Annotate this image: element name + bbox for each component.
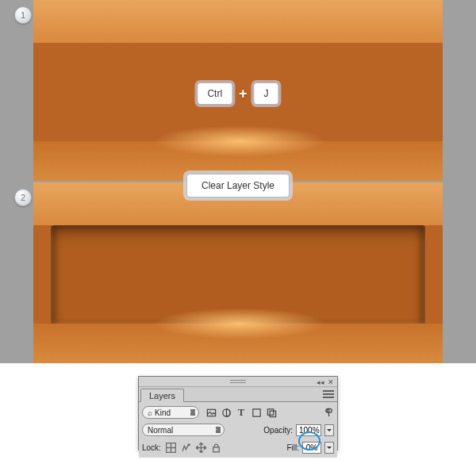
panel-tabs: Layers [139,387,337,402]
opacity-slider-toggle[interactable] [324,424,334,436]
opacity-label: Opacity: [263,426,293,435]
fill-label: Fill: [286,443,299,452]
filter-adjust-icon[interactable] [221,407,232,418]
svg-marker-15 [200,450,202,452]
svg-point-6 [327,409,329,412]
layers-panel: ◂◂ ✕ Layers ⌕ Kind [138,376,338,450]
lock-options [166,443,221,453]
lock-position-icon[interactable] [196,443,206,453]
lock-transparency-icon[interactable] [166,443,176,453]
blend-mode-value: Normal [148,426,173,435]
step-2-panel: 2 [0,182,476,363]
lock-label: Lock: [142,443,161,452]
svg-marker-14 [200,443,202,444]
step-badge-1: 1 [14,6,32,24]
clear-layer-style-button[interactable]: Clear Layer Style [186,174,290,197]
filter-kind-dropdown[interactable]: ⌕ Kind [142,406,199,419]
filter-row: ⌕ Kind T [142,404,334,420]
svg-rect-2 [252,408,259,416]
workspace: 1 Ctrl + J Clear Layer Style 2 [0,0,476,363]
svg-rect-3 [267,408,273,414]
filter-kind-label: Kind [155,408,171,417]
shortcut-hint: Ctrl + J [197,82,278,105]
tab-layers[interactable]: Layers [140,389,184,402]
filter-smart-icon[interactable] [266,407,277,418]
filter-type-icons: T [205,407,277,418]
panel-collapse-icon[interactable]: ◂◂ [317,379,324,385]
step-badge-2: 2 [14,189,32,206]
svg-rect-4 [270,411,275,416]
panel-menu-icon[interactable] [323,389,334,399]
step-1-panel: 1 Ctrl + J [0,0,476,181]
lock-image-icon[interactable] [181,443,191,453]
svg-rect-18 [213,447,220,451]
shelf-recess-inset [51,225,425,325]
search-icon: ⌕ [148,408,152,417]
blend-row: Normal Opacity: 100% [142,422,334,438]
svg-marker-16 [196,446,198,448]
panel-drag-grip-icon[interactable] [230,378,246,383]
fill-input[interactable]: 0% [302,442,321,454]
filter-shape-icon[interactable] [251,407,262,418]
filter-pixel-icon[interactable] [205,407,217,418]
panel-body: ⌕ Kind T [139,402,337,458]
lock-all-icon[interactable] [211,443,221,453]
filter-type-icon[interactable]: T [236,407,247,418]
opacity-input[interactable]: 100% [296,424,321,436]
fill-slider-toggle[interactable] [324,442,334,454]
panel-titlebar[interactable]: ◂◂ ✕ [139,378,337,387]
panel-area: ◂◂ ✕ Layers ⌕ Kind [0,363,476,460]
lock-row: Lock: Fill: 0% [142,439,334,455]
key-j: J [254,82,279,105]
key-ctrl: Ctrl [197,82,232,105]
panel-close-icon[interactable]: ✕ [327,379,335,385]
canvas-step-2 [33,182,443,363]
svg-marker-17 [205,446,206,448]
filter-toggle-icon[interactable] [323,407,334,418]
plus-icon: + [239,86,248,102]
svg-point-11 [188,443,190,445]
blend-mode-dropdown[interactable]: Normal [142,424,225,436]
